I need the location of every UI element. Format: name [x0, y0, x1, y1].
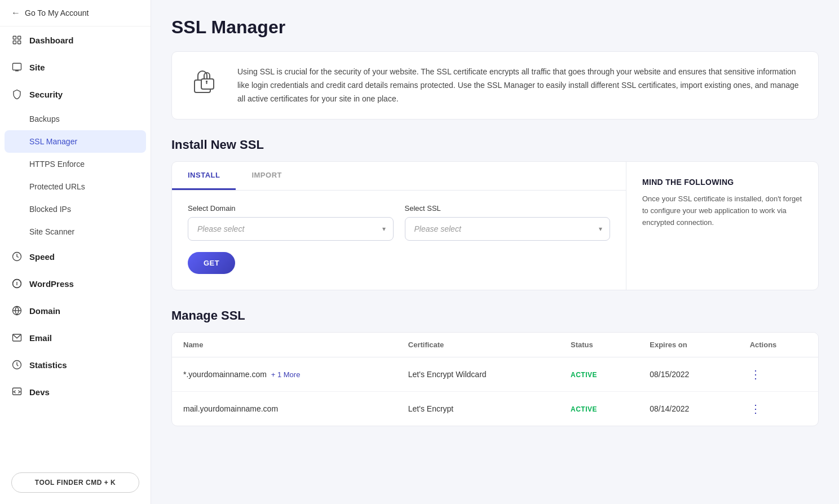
domain-label: Select Domain [188, 204, 394, 213]
col-name: Name [172, 333, 397, 357]
svg-rect-1 [18, 36, 21, 39]
dashboard-icon [11, 34, 23, 46]
sidebar-item-domain-label: Domain [29, 306, 60, 316]
ssl-lock-icon [188, 65, 222, 103]
wordpress-icon [11, 278, 23, 289]
sidebar-item-statistics-label: Statistics [29, 360, 67, 370]
domain-select[interactable]: Please select [188, 217, 394, 241]
mind-title: MIND THE FOLLOWING [642, 178, 802, 187]
col-actions: Actions [739, 333, 818, 357]
security-icon [11, 89, 23, 100]
install-left-panel: INSTALL IMPORT Select Domain Please sele… [172, 162, 626, 290]
svg-rect-0 [13, 36, 16, 39]
col-expires: Expires on [638, 333, 738, 357]
row2-name: mail.yourdomainname.com [172, 392, 397, 426]
row1-status: ACTIVE [559, 357, 638, 392]
row2-actions: ⋮ [739, 392, 818, 426]
sidebar-item-site-label: Site [29, 63, 45, 72]
ssl-select[interactable]: Please select [405, 217, 611, 241]
info-text: Using SSL is crucial for the security of… [237, 65, 802, 105]
domain-icon [11, 305, 23, 316]
devs-icon [11, 386, 23, 397]
manage-section-title: Manage SSL [171, 308, 819, 323]
get-button[interactable]: GET [188, 252, 235, 274]
manage-table: Name Certificate Status Expires on Actio… [172, 333, 818, 426]
mind-text: Once your SSL certificate is installed, … [642, 193, 802, 228]
tool-finder-button[interactable]: TOOL FINDER CMD + K [11, 472, 139, 493]
row2-status: ACTIVE [559, 392, 638, 426]
ssl-select-wrapper: Please select ▾ [405, 217, 611, 241]
sidebar-item-speed-label: Speed [29, 252, 55, 262]
row1-name: *.yourdomainname.com + 1 More [172, 357, 397, 392]
col-status: Status [559, 333, 638, 357]
sidebar-sub-ssl-manager[interactable]: SSL Manager [5, 130, 146, 153]
sidebar-item-email[interactable]: Email [0, 324, 151, 351]
page-title: SSL Manager [171, 17, 819, 38]
svg-rect-18 [201, 79, 214, 89]
row1-certificate: Let's Encrypt Wildcard [397, 357, 559, 392]
ssl-label: Select SSL [405, 204, 611, 213]
tab-import[interactable]: IMPORT [236, 162, 298, 190]
site-icon [11, 61, 23, 73]
row1-expires: 08/15/2022 [638, 357, 738, 392]
row1-more-link[interactable]: + 1 More [271, 370, 301, 379]
svg-rect-19 [206, 81, 207, 82]
sidebar-item-site[interactable]: Site [0, 54, 151, 81]
info-box: Using SSL is crucial for the security of… [171, 51, 819, 120]
row2-status-badge: ACTIVE [571, 405, 597, 413]
sidebar-sub-protected-urls[interactable]: Protected URLs [0, 175, 151, 198]
sidebar-item-devs[interactable]: Devs [0, 378, 151, 405]
table-header-row: Name Certificate Status Expires on Actio… [172, 333, 818, 357]
sidebar-sub-https-enforce[interactable]: HTTPS Enforce [0, 153, 151, 175]
ssl-form-group: Select SSL Please select ▾ [405, 204, 611, 241]
row1-actions-menu[interactable]: ⋮ [750, 368, 762, 381]
row1-status-badge: ACTIVE [571, 371, 597, 379]
sidebar-item-statistics[interactable]: Statistics [0, 351, 151, 378]
row2-expires: 08/14/2022 [638, 392, 738, 426]
sidebar-item-wordpress[interactable]: WordPress [0, 270, 151, 297]
svg-rect-2 [13, 41, 16, 44]
install-form: Select Domain Please select ▾ Select SSL [172, 204, 626, 274]
statistics-icon [11, 359, 23, 370]
tab-install[interactable]: INSTALL [172, 162, 236, 190]
sidebar-item-security[interactable]: Security [0, 81, 151, 108]
row2-actions-menu[interactable]: ⋮ [750, 403, 762, 415]
col-certificate: Certificate [397, 333, 559, 357]
row1-actions: ⋮ [739, 357, 818, 392]
sidebar-item-security-label: Security [29, 90, 63, 99]
sidebar-item-dashboard-label: Dashboard [29, 36, 73, 45]
tool-finder-label: TOOL FINDER CMD + K [35, 479, 116, 487]
sidebar-sub-backups[interactable]: Backups [0, 108, 151, 130]
svg-rect-3 [18, 41, 21, 44]
sidebar-sub-site-scanner[interactable]: Site Scanner [0, 220, 151, 243]
go-to-account-link[interactable]: ← Go To My Account [0, 0, 151, 26]
sidebar-item-email-label: Email [29, 333, 52, 343]
table-row: mail.yourdomainname.com Let's Encrypt AC… [172, 392, 818, 426]
sidebar-item-dashboard[interactable]: Dashboard [0, 26, 151, 54]
install-tabs: INSTALL IMPORT [172, 162, 626, 191]
install-section-title: Install New SSL [171, 138, 819, 152]
form-row: Select Domain Please select ▾ Select SSL [188, 204, 610, 241]
sidebar-item-devs-label: Devs [29, 387, 50, 397]
svg-rect-4 [13, 63, 21, 70]
sidebar-item-wordpress-label: WordPress [29, 279, 74, 289]
main-content: SSL Manager Using SSL is crucial for the… [151, 0, 839, 504]
sidebar: ← Go To My Account Dashboard Site Securi… [0, 0, 151, 504]
speed-icon [11, 251, 23, 262]
manage-card: Name Certificate Status Expires on Actio… [171, 332, 819, 426]
install-right-panel: MIND THE FOLLOWING Once your SSL certifi… [626, 162, 818, 290]
sidebar-sub-blocked-ips[interactable]: Blocked IPs [0, 198, 151, 220]
row2-certificate: Let's Encrypt [397, 392, 559, 426]
domain-select-wrapper: Please select ▾ [188, 217, 394, 241]
domain-form-group: Select Domain Please select ▾ [188, 204, 394, 241]
table-row: *.yourdomainname.com + 1 More Let's Encr… [172, 357, 818, 392]
sidebar-item-domain[interactable]: Domain [0, 297, 151, 324]
email-icon [11, 332, 23, 343]
go-to-account-label: Go To My Account [25, 8, 89, 17]
sidebar-item-speed[interactable]: Speed [0, 243, 151, 270]
install-card: INSTALL IMPORT Select Domain Please sele… [171, 161, 819, 290]
back-arrow-icon: ← [11, 8, 20, 18]
